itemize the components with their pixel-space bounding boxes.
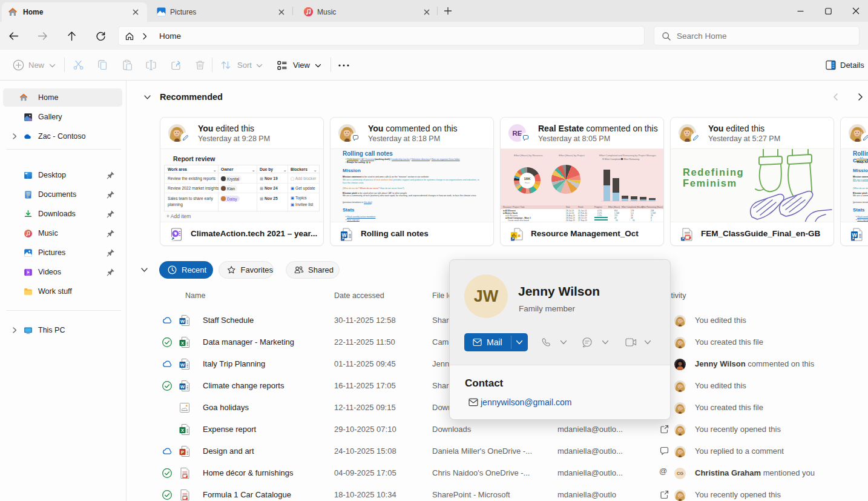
svg-text:W: W — [852, 232, 857, 238]
svg-text:W: W — [180, 384, 185, 390]
svg-text:W: W — [180, 362, 185, 368]
svg-text:P: P — [181, 450, 184, 455]
svg-text:X: X — [181, 428, 184, 433]
svg-text:X: X — [181, 340, 184, 346]
svg-text:W: W — [180, 319, 185, 324]
svg-text:W: W — [341, 232, 347, 238]
